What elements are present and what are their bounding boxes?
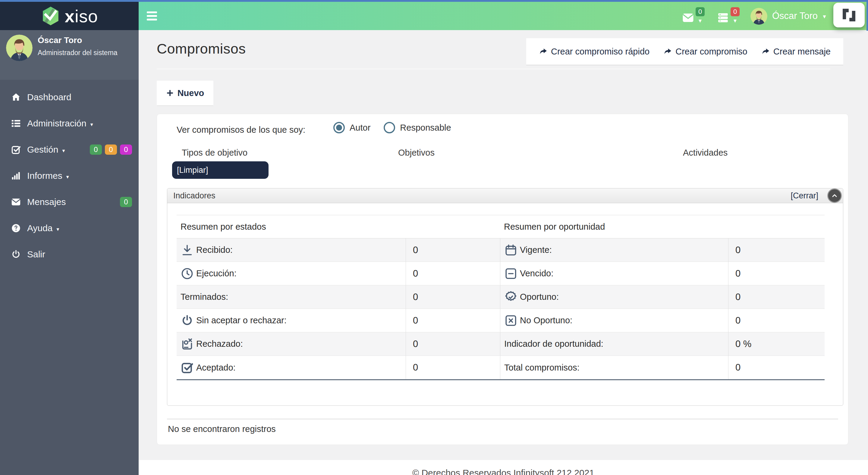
crear-compromiso-link[interactable]: Crear compromiso [663,47,747,57]
summary-label-text: No Oportuno: [520,315,572,326]
summary-row: Aceptado:0Total compromisos:0 [177,356,825,379]
summary-label: Oportuno: [500,285,728,309]
browser-extension-button[interactable] [833,3,865,27]
messages-count-badge: 0 [695,7,705,16]
avatar [750,8,767,25]
sidebar-item-salir[interactable]: Salir [0,241,138,267]
sidebar: Óscar Toro Administrador del sistema Das… [0,30,138,475]
sidebar-item-label: Dashboard [27,92,71,102]
window-right-strip [867,0,868,31]
summary-label-text: Rechazado: [196,339,243,349]
question-circle-icon [11,223,21,233]
summary-label-text: Vigente: [520,245,552,255]
action-link-label: Crear mensaje [773,47,831,57]
envelope-icon [682,11,694,24]
topbar-username: Óscar Toro [772,10,818,21]
summary-row: Rechazado:0Indicador de oportunidad:0 % [177,332,825,356]
tipos-de-objetivo-dropdown[interactable]: [Limpiar] [172,161,269,179]
radio-unselected-icon[interactable] [384,122,395,133]
summary-label: Ejecución: [177,262,406,285]
server-stack-icon [717,11,730,24]
sidebar-item-mensajes[interactable]: Mensajes0 [0,189,138,215]
avatar [6,35,33,61]
summary-label: Indicador de oportunidad: [500,332,728,356]
list-icon [11,118,21,129]
summary-value: 0 [406,356,500,379]
home-icon [11,92,21,102]
summary-label: Vigente: [500,238,728,262]
chevron-down-icon: ▼ [733,18,738,24]
header-bar: xiso 0 ▼ [0,2,868,30]
sidebar-item-badges: 0 [120,197,132,207]
sidebar-item-gestion[interactable]: Gestión▼000 [0,136,138,163]
new-button[interactable]: Nuevo [157,81,213,106]
filter-column-label-tipos: Tipos de objetivo [182,148,247,158]
no-records-message: No se encontraron registros [168,424,276,434]
extension-logo-icon [841,7,858,24]
summary-label: No Oportuno: [500,309,728,332]
calendar-icon [504,243,518,257]
envelope-icon [11,197,21,207]
app-logo[interactable]: xiso [0,2,138,30]
filters-card: Ver compromisos de los que soy: AutorRes… [157,114,848,445]
indicators-panel-header: Indicadores [Cerrar] [167,189,843,203]
main-content: Compromisos Crear compromiso rápidoCrear… [138,30,868,475]
topbar: 0 ▼ 0 ▼ [138,2,868,30]
topbar-messages-menu[interactable]: 0 ▼ [682,7,705,24]
title-underline [157,69,830,69]
topbar-user-menu[interactable]: Óscar Toro ▼ [772,2,827,30]
summary-label: Terminados: [177,285,406,309]
summary-label-text: Sin aceptar o rechazar: [196,315,287,326]
chevron-down-icon: ▼ [698,18,703,24]
summary-value: 0 [406,309,500,332]
summary-label-text: Total compromisos: [504,363,580,373]
chevron-up-icon [831,192,838,200]
crear-mensaje-link[interactable]: Crear mensaje [761,47,831,57]
radio-option-label: Responsable [400,123,451,133]
panel-collapse-button[interactable] [827,189,842,203]
app-logo-text: xiso [65,6,98,26]
summary-row: Ejecución:0Vencido:0 [177,262,825,285]
summary-label: Vencido: [500,262,728,285]
radio-selected-icon[interactable] [333,122,345,133]
sidebar-item-administracion[interactable]: Administración▼ [0,110,138,136]
sidebar-item-ayuda[interactable]: Ayuda▼ [0,215,138,241]
radio-option-autor[interactable]: Autor [333,122,370,133]
summary-row: Terminados:0Oportuno:0 [177,285,825,309]
summary-value: 0 [728,285,825,309]
topbar-tasks-menu[interactable]: 0 ▼ [717,7,740,24]
footer-copyright: © Derechos Reservados Infinitysoft 212 2… [412,468,594,475]
sidebar-item-label: Ayuda [27,223,53,233]
summary-right-header: Resumen por oportunidad [500,215,728,238]
panel-close-link[interactable]: [Cerrar] [790,191,818,201]
summary-value: 0 [406,285,500,309]
summary-label: Rechazado: [177,332,406,356]
indicators-panel: Indicadores [Cerrar] Resumen por estados… [167,188,843,406]
sidebar-item-label: Administración [27,118,87,129]
summary-value: 0 % [728,332,825,356]
summary-value: 0 [728,238,825,262]
sidebar-item-badges: 000 [90,144,132,155]
xiso-hexagon-logo-icon [41,6,61,26]
radio-option-label: Autor [350,123,370,133]
share-arrow-icon [663,47,673,56]
sidebar-item-dashboard[interactable]: Dashboard [0,84,138,110]
sidebar-item-label: Gestión [27,144,58,155]
summary-label: Recibido: [177,238,406,262]
radio-option-responsable[interactable]: Responsable [384,122,451,133]
crear-compromiso-rapido-link[interactable]: Crear compromiso rápido [539,47,650,57]
chevron-down-icon: ▼ [90,120,94,127]
sidebar-item-label: Mensajes [27,197,66,207]
count-badge: 0 [120,197,132,207]
hamburger-menu-icon[interactable] [147,9,159,23]
sidebar-profile: Óscar Toro Administrador del sistema [0,30,138,80]
sidebar-item-informes[interactable]: Informes▼ [0,163,138,189]
summary-value: 0 [728,309,825,332]
share-arrow-icon [539,47,548,56]
summary-left-header: Resumen por estados [177,215,406,238]
summary-value: 0 [406,262,500,285]
summary-value: 0 [728,356,825,379]
tasks-count-badge: 0 [731,7,740,16]
page-title: Compromisos [157,40,246,57]
app-screen: xiso 0 ▼ [0,0,868,475]
